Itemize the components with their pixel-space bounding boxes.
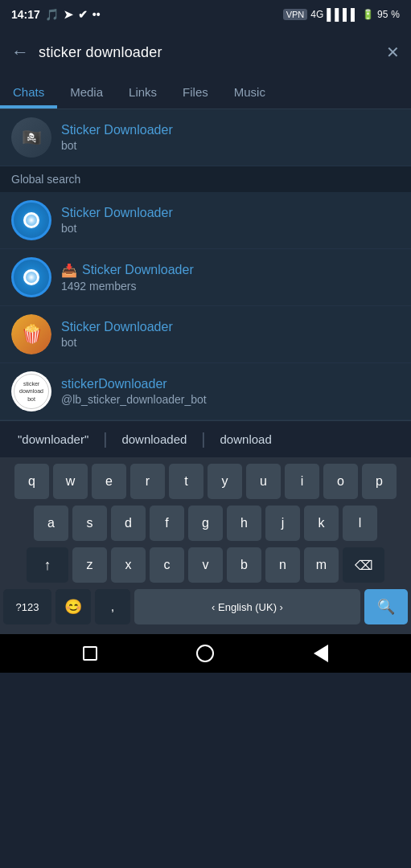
emoji-icon: 📥 (61, 263, 77, 278)
key-k[interactable]: k (304, 506, 339, 541)
chat-sub: 1492 members (61, 280, 400, 293)
back-nav-button[interactable] (310, 642, 332, 665)
tab-music[interactable]: Music (221, 76, 278, 108)
chat-info: Sticker Downloader bot (61, 123, 400, 152)
key-t[interactable]: t (169, 464, 203, 499)
chat-name: 📥 Sticker Downloader (61, 263, 400, 278)
search-input[interactable] (39, 44, 376, 61)
key-a[interactable]: a (34, 506, 68, 541)
bottom-nav (0, 634, 411, 673)
tabs-bar: Chats Media Links Files Music (0, 76, 411, 109)
back-button[interactable]: ← (11, 42, 29, 63)
key-r[interactable]: r (130, 464, 165, 499)
tab-files[interactable]: Files (170, 76, 221, 108)
avatar (11, 200, 51, 240)
key-v[interactable]: v (188, 547, 223, 583)
keyboard-row-3: ↑ z x c v b n m ⌫ (3, 547, 408, 583)
key-l[interactable]: l (343, 506, 377, 541)
home-button[interactable] (194, 642, 216, 665)
chat-name: Sticker Downloader (61, 206, 400, 220)
key-f[interactable]: f (150, 506, 184, 541)
key-o[interactable]: o (323, 464, 358, 499)
backspace-key[interactable]: ⌫ (343, 547, 384, 583)
key-z[interactable]: z (72, 547, 107, 583)
global-search-header: Global search (0, 166, 411, 192)
list-item[interactable]: Sticker Downloader bot (0, 192, 411, 249)
triangle-icon (314, 645, 328, 662)
avatar-inner (23, 269, 39, 285)
avatar (11, 257, 51, 297)
list-item[interactable]: 🏴‍☠️ Sticker Downloader bot (0, 109, 411, 166)
chat-sub: bot (61, 139, 400, 152)
suggestion-downloader[interactable]: "downloader" (8, 428, 98, 451)
key-w[interactable]: w (53, 464, 88, 499)
key-b[interactable]: b (227, 547, 261, 583)
divider-2: | (201, 430, 205, 448)
chat-name: Sticker Downloader (61, 123, 400, 137)
key-g[interactable]: g (188, 506, 223, 541)
battery-level: 95 (377, 9, 388, 20)
status-left: 14:17 🎵 ➤ ✔ •• (11, 8, 101, 21)
time: 14:17 (11, 8, 40, 21)
key-c[interactable]: c (150, 547, 184, 583)
chat-sub: bot (61, 336, 400, 349)
tab-chats[interactable]: Chats (0, 76, 57, 108)
shift-key[interactable]: ↑ (27, 547, 68, 583)
emoji-key[interactable]: 😊 (55, 589, 91, 624)
location-icon: ➤ (64, 8, 73, 21)
key-n[interactable]: n (265, 547, 300, 583)
key-j[interactable]: j (265, 506, 300, 541)
tab-media[interactable]: Media (57, 76, 116, 108)
search-keyboard-button[interactable]: 🔍 (364, 589, 408, 624)
tab-links[interactable]: Links (116, 76, 170, 108)
key-y[interactable]: y (208, 464, 242, 499)
chat-sub: @lb_sticker_downloader_bot (61, 393, 400, 406)
key-q[interactable]: q (14, 464, 49, 499)
list-item[interactable]: sticker download bot stickerDownloader @… (0, 363, 411, 420)
divider-1: | (103, 430, 107, 448)
numbers-key[interactable]: ?123 (3, 589, 51, 624)
vpn-badge: VPN (283, 9, 308, 20)
search-bar: ← ✕ (0, 29, 411, 76)
keyboard-row-2: a s d f g h j k l (3, 506, 408, 541)
circle-icon (196, 645, 214, 662)
key-i[interactable]: i (285, 464, 319, 499)
suggestion-downloaded[interactable]: downloaded (112, 428, 196, 451)
key-p[interactable]: p (362, 464, 397, 499)
local-results: 🏴‍☠️ Sticker Downloader bot (0, 109, 411, 166)
key-e[interactable]: e (92, 464, 126, 499)
space-key[interactable]: ‹ English (UK) › (134, 589, 360, 624)
key-h[interactable]: h (227, 506, 261, 541)
key-m[interactable]: m (304, 547, 339, 583)
chat-name: stickerDownloader (61, 377, 400, 391)
key-x[interactable]: x (111, 547, 146, 583)
signal-icon: ▌▌▌▌ (327, 8, 359, 21)
check-icon: ✔ (78, 8, 88, 21)
square-icon (83, 646, 97, 661)
chat-sub: bot (61, 222, 400, 235)
dots-icon: •• (92, 8, 101, 21)
list-item[interactable]: 📥 Sticker Downloader 1492 members (0, 249, 411, 306)
keyboard-row-1: q w e r t y u i o p (3, 464, 408, 499)
status-bar: 14:17 🎵 ➤ ✔ •• VPN 4G ▌▌▌▌ 🔋 95% (0, 0, 411, 29)
avatar: 🏴‍☠️ (11, 117, 51, 158)
battery-icon: 🔋 (362, 9, 374, 20)
suggestion-download[interactable]: download (211, 428, 282, 451)
recent-apps-button[interactable] (79, 642, 101, 665)
avatar-inner (23, 212, 39, 228)
keyboard-suggestions: "downloader" | downloaded | download (0, 420, 411, 457)
network-icon: 4G (310, 9, 323, 20)
key-s[interactable]: s (72, 506, 107, 541)
avatar: 🍿 (11, 314, 51, 354)
keyboard: q w e r t y u i o p a s d f g h j k l ↑ … (0, 457, 411, 634)
list-item[interactable]: 🍿 Sticker Downloader bot (0, 306, 411, 363)
chat-name: Sticker Downloader (61, 320, 400, 334)
comma-key[interactable]: , (95, 589, 130, 624)
clear-button[interactable]: ✕ (386, 43, 400, 62)
chat-info: 📥 Sticker Downloader 1492 members (61, 263, 400, 293)
key-u[interactable]: u (246, 464, 281, 499)
spotify-icon: 🎵 (45, 8, 59, 21)
global-results: Sticker Downloader bot 📥 Sticker Downloa… (0, 192, 411, 420)
key-d[interactable]: d (111, 506, 146, 541)
chat-info: stickerDownloader @lb_sticker_downloader… (61, 377, 400, 406)
